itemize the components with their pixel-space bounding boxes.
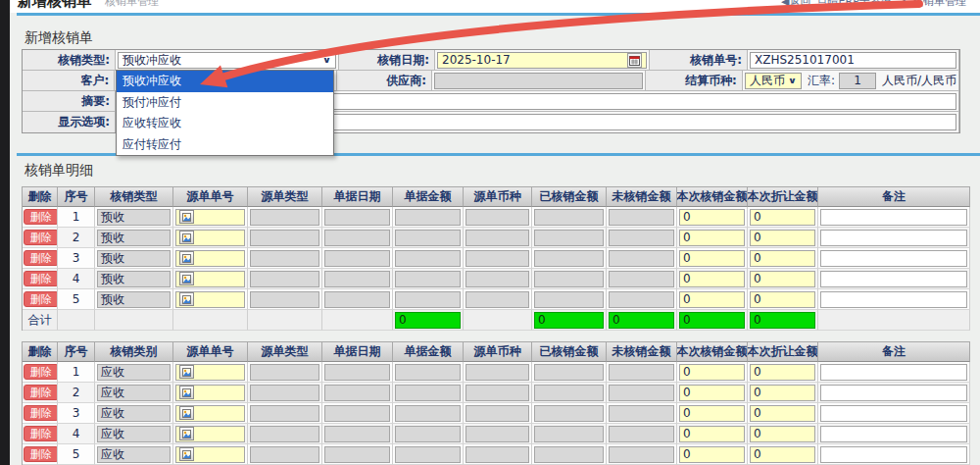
lookup-icon[interactable] [179, 292, 194, 306]
source-no-cell [173, 383, 248, 403]
readonly-field [324, 385, 390, 401]
write-off-type-select[interactable]: 预收冲应收 ∨ [118, 52, 336, 69]
note-cell [818, 424, 970, 444]
readonly-cell [248, 444, 322, 465]
readonly-field [324, 271, 390, 287]
note-input[interactable] [820, 291, 967, 308]
date-label: 核销日期: [339, 50, 435, 71]
note-input[interactable] [820, 271, 967, 287]
row-delete-button[interactable]: 删除 [24, 209, 58, 225]
total-cell: 0 [393, 310, 464, 331]
row-delete-button[interactable]: 删除 [24, 250, 58, 266]
discount-input[interactable]: 0 [750, 271, 815, 287]
this-amount-input[interactable]: 0 [679, 364, 745, 381]
system-link[interactable]: 点晴ERP子系统 [817, 0, 892, 9]
row-delete-button[interactable]: 删除 [24, 426, 58, 441]
note-input[interactable] [820, 230, 967, 246]
this-amount-cell: 0 [677, 228, 748, 248]
currency-select[interactable]: 人民币 ∨ [745, 73, 802, 89]
doc-no-input[interactable]: XZHS251017001 [750, 52, 956, 69]
source-no-input[interactable] [175, 385, 245, 401]
note-input[interactable] [820, 426, 967, 442]
lookup-icon[interactable] [179, 447, 194, 461]
readonly-cell [393, 289, 464, 310]
total-value: 0 [534, 312, 604, 329]
readonly-cell [322, 289, 393, 310]
source-no-input[interactable] [175, 364, 245, 381]
discount-input[interactable]: 0 [750, 209, 815, 226]
source-no-input[interactable] [175, 405, 245, 422]
lookup-icon[interactable] [179, 427, 194, 440]
this-amount-input[interactable]: 0 [679, 426, 745, 442]
lookup-icon[interactable] [179, 251, 194, 265]
this-amount-input[interactable]: 0 [679, 271, 745, 287]
row-delete-button[interactable]: 删除 [24, 230, 58, 245]
this-amount-input[interactable]: 0 [679, 291, 745, 308]
discount-input[interactable]: 0 [750, 364, 815, 381]
note-input[interactable] [820, 209, 967, 226]
lookup-icon[interactable] [179, 365, 194, 379]
source-no-input[interactable] [175, 209, 245, 226]
this-amount-input[interactable]: 0 [679, 446, 745, 463]
row-delete-button[interactable]: 删除 [24, 271, 58, 286]
source-no-input[interactable] [175, 250, 245, 267]
dropdown-option-1[interactable]: 预收冲应收 [117, 71, 333, 92]
discount-input[interactable]: 0 [750, 405, 815, 422]
source-no-input[interactable] [175, 230, 245, 246]
source-no-input[interactable] [175, 291, 245, 308]
note-input[interactable] [820, 446, 967, 463]
dropdown-option-3[interactable]: 应收转应收 [117, 113, 333, 134]
discount-input[interactable]: 0 [750, 426, 815, 442]
this-amount-input[interactable]: 0 [679, 250, 745, 267]
readonly-field [466, 230, 529, 246]
total-cell [248, 310, 322, 331]
note-cell [818, 403, 970, 424]
readonly-cell [464, 228, 532, 248]
dropdown-option-4[interactable]: 应付转应付 [117, 134, 333, 156]
this-amount-input[interactable]: 0 [679, 230, 745, 246]
lookup-icon[interactable] [179, 210, 194, 224]
readonly-field [324, 446, 390, 463]
page-link[interactable]: 核销单管理 [912, 0, 966, 9]
collapsed-sidebar[interactable] [0, 0, 10, 465]
readonly-field [466, 209, 529, 226]
delete-cell: 删除 [23, 228, 58, 248]
lookup-icon[interactable] [179, 231, 194, 244]
discount-input[interactable]: 0 [750, 446, 815, 463]
row-delete-button[interactable]: 删除 [24, 446, 58, 462]
lookup-icon[interactable] [179, 272, 194, 285]
row-delete-button[interactable]: 删除 [24, 405, 58, 421]
note-input[interactable] [820, 385, 967, 401]
dropdown-option-2[interactable]: 预付冲应付 [117, 92, 333, 114]
discount-input[interactable]: 0 [750, 291, 815, 308]
seq-cell: 3 [58, 248, 95, 269]
note-input[interactable] [820, 364, 967, 381]
lookup-icon[interactable] [179, 386, 194, 399]
readonly-field [609, 230, 674, 246]
readonly-field [250, 271, 319, 287]
note-input[interactable] [820, 405, 967, 422]
lookup-icon[interactable] [179, 406, 194, 420]
readonly-field [395, 364, 461, 381]
this-amount-input[interactable]: 0 [679, 385, 745, 401]
note-input[interactable] [820, 250, 967, 267]
discount-input[interactable]: 0 [750, 230, 815, 246]
back-link[interactable]: ◀返回 [781, 0, 810, 9]
this-amount-input[interactable]: 0 [679, 209, 745, 226]
row-delete-button[interactable]: 删除 [24, 291, 58, 307]
discount-input[interactable]: 0 [750, 385, 815, 401]
discount-input[interactable]: 0 [750, 250, 815, 267]
readonly-field [534, 364, 604, 381]
this-amount-cell: 0 [677, 362, 748, 383]
readonly-cell [532, 228, 607, 248]
calendar-icon[interactable] [627, 53, 642, 68]
readonly-cell [532, 269, 607, 289]
source-no-input[interactable] [175, 446, 245, 463]
row-delete-button[interactable]: 删除 [24, 385, 58, 400]
readonly-field [534, 385, 604, 401]
row-delete-button[interactable]: 删除 [24, 364, 58, 380]
source-no-input[interactable] [175, 426, 245, 442]
this-amount-input[interactable]: 0 [679, 405, 745, 422]
write-off-date-input[interactable]: 2025-10-17 [437, 52, 647, 69]
source-no-input[interactable] [175, 271, 245, 287]
